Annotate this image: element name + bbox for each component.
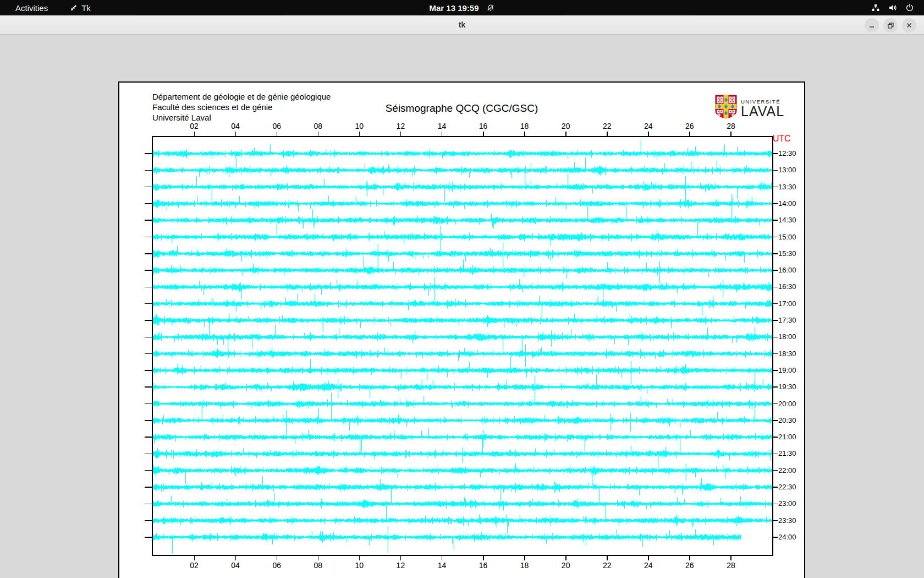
x-tick-label-bottom: 02 xyxy=(183,561,205,570)
axis-tick xyxy=(773,470,778,471)
axis-tick xyxy=(483,556,484,560)
axis-tick xyxy=(773,203,778,204)
axis-tick xyxy=(773,437,778,438)
x-tick-label-bottom: 12 xyxy=(389,561,411,570)
axis-tick xyxy=(145,170,152,171)
axis-tick xyxy=(773,537,778,538)
logo-laval-text: LAVAL xyxy=(741,105,784,118)
maximize-button[interactable] xyxy=(883,18,898,32)
time-label: 13:30 xyxy=(778,183,796,191)
axis-tick xyxy=(565,556,566,560)
axis-tick xyxy=(483,132,484,136)
seismogram-traces xyxy=(153,137,772,555)
time-label: 23:00 xyxy=(778,500,796,508)
chart-title: Séismographe QCQ (CGC/GSC) xyxy=(119,102,804,114)
x-tick-label-bottom: 22 xyxy=(596,561,618,570)
x-tick-label-bottom: 28 xyxy=(720,561,742,570)
x-tick-label-bottom: 20 xyxy=(555,561,577,570)
x-tick-label-bottom: 26 xyxy=(679,561,701,570)
activities-button[interactable]: Activities xyxy=(9,2,54,14)
gnome-top-bar: Activities Tk Mar 13 19:59 xyxy=(0,0,924,15)
axis-tick xyxy=(145,454,152,455)
axis-tick xyxy=(145,487,152,488)
x-tick-label-top: 02 xyxy=(183,122,205,130)
x-tick-label-bottom: 04 xyxy=(224,561,246,570)
axis-tick xyxy=(442,132,443,136)
tk-app-indicator[interactable]: Tk xyxy=(70,3,91,13)
x-tick-label-bottom: 06 xyxy=(266,561,288,570)
minimize-button[interactable] xyxy=(865,18,879,32)
axis-tick xyxy=(773,320,778,321)
axis-tick xyxy=(145,470,152,471)
x-tick-label-top: 14 xyxy=(431,122,453,130)
volume-icon xyxy=(888,3,897,12)
axis-tick xyxy=(145,237,152,238)
axis-tick xyxy=(145,386,152,388)
axis-tick xyxy=(565,132,566,136)
x-tick-label-top: 18 xyxy=(514,122,536,130)
laval-shield-icon xyxy=(715,95,737,121)
axis-tick xyxy=(773,403,778,405)
universite-laval-logo: UNIVERSITÉ LAVAL xyxy=(715,95,784,121)
axis-tick xyxy=(235,132,237,136)
x-tick-label-bottom: 24 xyxy=(637,561,659,570)
window-titlebar[interactable]: tk xyxy=(0,15,924,35)
time-label: 21:30 xyxy=(778,450,796,457)
axis-tick xyxy=(773,504,778,505)
axis-tick xyxy=(145,504,152,505)
axis-tick xyxy=(145,403,152,405)
time-label: 15:00 xyxy=(778,233,796,241)
axis-tick xyxy=(145,270,152,271)
axis-tick xyxy=(773,270,778,271)
axis-tick xyxy=(145,153,152,154)
axis-tick xyxy=(318,132,319,136)
time-label: 18:00 xyxy=(778,333,796,341)
x-tick-label-bottom: 10 xyxy=(348,561,370,570)
utc-axis-label: UTC xyxy=(773,134,791,144)
axis-tick xyxy=(773,520,778,521)
axis-tick xyxy=(773,337,778,338)
axis-tick xyxy=(145,287,152,288)
x-tick-label-bottom: 14 xyxy=(431,561,453,570)
x-tick-label-top: 20 xyxy=(555,122,577,130)
time-label: 17:30 xyxy=(778,317,796,324)
institution-line-1: Département de géologie et de génie géol… xyxy=(152,91,331,102)
maximize-icon xyxy=(887,22,894,29)
x-tick-label-top: 22 xyxy=(596,122,618,130)
axis-tick xyxy=(359,132,360,136)
axis-tick xyxy=(773,487,778,488)
axis-tick xyxy=(318,556,319,560)
x-tick-label-top: 28 xyxy=(720,122,742,130)
bell-slash-icon xyxy=(487,4,495,12)
clock-area[interactable]: Mar 13 19:59 xyxy=(429,3,494,13)
axis-tick xyxy=(145,520,152,521)
axis-tick xyxy=(194,556,195,560)
clock-label: Mar 13 19:59 xyxy=(429,3,479,13)
x-tick-label-bottom: 18 xyxy=(514,561,536,570)
axis-tick xyxy=(773,153,778,154)
x-tick-label-top: 08 xyxy=(307,122,329,130)
axis-tick xyxy=(773,386,778,388)
x-tick-label-top: 26 xyxy=(679,122,701,130)
time-label: 24:00 xyxy=(778,533,796,541)
axis-tick xyxy=(773,420,778,421)
axis-tick xyxy=(145,220,152,221)
axis-tick xyxy=(648,556,649,560)
axis-tick xyxy=(773,220,778,221)
axis-tick xyxy=(277,556,278,560)
x-tick-label-top: 04 xyxy=(224,122,246,130)
axis-tick xyxy=(145,353,152,355)
time-label: 22:00 xyxy=(778,467,796,475)
x-tick-label-top: 16 xyxy=(472,122,494,130)
time-label: 19:30 xyxy=(778,383,796,391)
axis-tick xyxy=(689,556,690,560)
time-label: 16:00 xyxy=(778,266,796,274)
close-button[interactable] xyxy=(902,18,916,32)
window-title: tk xyxy=(459,20,465,29)
time-label: 12:30 xyxy=(778,150,796,157)
tk-app-icon xyxy=(70,4,78,12)
axis-tick xyxy=(773,353,778,355)
axis-tick xyxy=(235,556,237,560)
network-icon xyxy=(871,3,880,12)
system-status-area[interactable] xyxy=(868,0,917,15)
